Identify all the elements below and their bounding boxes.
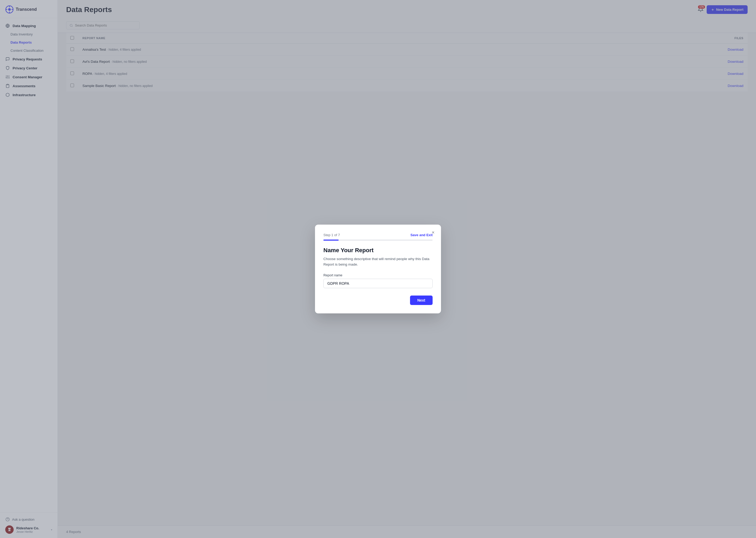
modal-overlay[interactable]: × Step 1 of 7 Save and Exit Name Your Re… [0,0,756,538]
modal-description: Choose something descriptive that will r… [323,256,433,267]
modal-step-row: Step 1 of 7 Save and Exit [323,233,433,237]
modal-progress-fill [323,240,339,241]
modal: × Step 1 of 7 Save and Exit Name Your Re… [315,225,441,313]
modal-progress-bar [323,240,433,241]
modal-title: Name Your Report [323,247,433,254]
report-name-input[interactable] [323,279,433,288]
modal-close-button[interactable]: × [429,229,437,236]
form-label: Report name [323,273,433,277]
next-button[interactable]: Next [410,296,433,305]
modal-footer: Next [323,296,433,305]
modal-step-label: Step 1 of 7 [323,233,340,237]
